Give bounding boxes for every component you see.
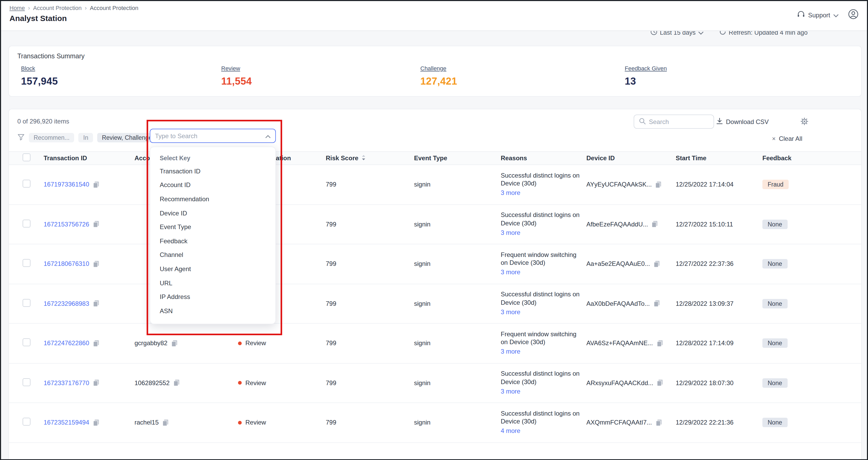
filter-value-chip[interactable]: Review, Challenge bbox=[97, 133, 157, 143]
summary-metrics: Block157,945Review11,554Challenge127,421… bbox=[21, 65, 861, 87]
feedback-badge: None bbox=[763, 259, 787, 269]
row-checkbox[interactable] bbox=[23, 180, 30, 188]
gear-icon[interactable] bbox=[800, 117, 809, 127]
row-checkbox[interactable] bbox=[23, 378, 30, 386]
chevron-down-icon bbox=[833, 11, 839, 19]
more-reasons-link[interactable]: 3 more bbox=[501, 189, 521, 197]
risk-score: 799 bbox=[326, 260, 414, 268]
more-reasons-link[interactable]: 3 more bbox=[501, 348, 521, 356]
feedback-badge: None bbox=[763, 339, 787, 348]
copy-icon[interactable] bbox=[93, 340, 99, 347]
dropdown-option[interactable]: IP Address bbox=[150, 290, 275, 304]
transaction-id-link[interactable]: 1672337176770 bbox=[43, 379, 89, 387]
row-checkbox[interactable] bbox=[23, 339, 30, 346]
transaction-id-link[interactable]: 1672180676310 bbox=[43, 260, 89, 268]
recommendation-text: Review bbox=[245, 340, 266, 347]
summary-metric: Feedback Given13 bbox=[625, 65, 667, 87]
chevron-up-icon[interactable] bbox=[265, 132, 271, 140]
copy-icon[interactable] bbox=[654, 260, 660, 268]
dropdown-option[interactable]: Account ID bbox=[150, 178, 275, 192]
metric-label-link[interactable]: Review bbox=[221, 65, 240, 71]
copy-icon[interactable] bbox=[653, 300, 660, 307]
start-time: 12/28/2022 17:14:09 bbox=[676, 340, 763, 347]
row-checkbox[interactable] bbox=[23, 220, 30, 227]
copy-icon[interactable] bbox=[93, 300, 99, 307]
dropdown-option[interactable]: Recommendation bbox=[150, 192, 275, 206]
metric-label-link[interactable]: Challenge bbox=[420, 65, 446, 71]
dropdown-option[interactable]: Event Type bbox=[150, 220, 275, 234]
table-row: 1672180676310 799 signin Frequent window… bbox=[9, 244, 861, 284]
review-dot-icon bbox=[238, 381, 242, 385]
select-all-checkbox[interactable] bbox=[23, 153, 30, 161]
transaction-id-link[interactable]: 1672247622860 bbox=[43, 340, 89, 347]
search-input[interactable] bbox=[634, 115, 714, 129]
copy-icon[interactable] bbox=[657, 379, 663, 387]
row-checkbox[interactable] bbox=[23, 299, 30, 307]
dropdown-option[interactable]: URL bbox=[150, 276, 275, 290]
row-checkbox[interactable] bbox=[23, 259, 30, 267]
copy-icon[interactable] bbox=[174, 379, 180, 387]
filter-operator-chip[interactable]: In bbox=[79, 133, 93, 143]
more-reasons-link[interactable]: 3 more bbox=[501, 308, 521, 316]
device-id: AXQmmFCFAQAAtI7... bbox=[586, 419, 652, 426]
user-avatar-icon[interactable] bbox=[848, 9, 859, 21]
account-id: gcrgabby82 bbox=[134, 340, 167, 347]
transaction-id-link[interactable]: 1672352159494 bbox=[43, 419, 89, 426]
download-csv-button[interactable]: Download CSV bbox=[716, 118, 769, 126]
table-row: 1672153756726 799 signin Successful dist… bbox=[9, 205, 861, 244]
app-root: Last 15 days Refresh: Updated 4 min ago … bbox=[0, 0, 868, 460]
dropdown-option[interactable]: User Agent bbox=[150, 262, 275, 276]
col-reasons: Reasons bbox=[501, 154, 586, 162]
transaction-id-link[interactable]: 1672153756726 bbox=[43, 221, 89, 228]
table-row: 1672352159494 rachel15 Review 799 signin… bbox=[9, 403, 861, 443]
table-row: 1672337176770 1062892552 Review 799 sign… bbox=[9, 363, 861, 403]
breadcrumb-item[interactable]: Home bbox=[9, 5, 25, 11]
dropdown-option[interactable]: Transaction ID bbox=[150, 164, 275, 178]
filter-field-chip[interactable]: Recommen... bbox=[29, 133, 74, 143]
search-field[interactable] bbox=[649, 118, 709, 125]
copy-icon[interactable] bbox=[162, 419, 169, 426]
copy-icon[interactable] bbox=[93, 221, 99, 228]
dropdown-option[interactable]: ASN bbox=[150, 304, 275, 318]
copy-icon[interactable] bbox=[93, 181, 99, 188]
copy-icon[interactable] bbox=[655, 419, 662, 426]
more-reasons-link[interactable]: 3 more bbox=[501, 388, 521, 396]
dropdown-option[interactable]: Device ID bbox=[150, 207, 275, 220]
more-reasons-link[interactable]: 3 more bbox=[501, 229, 521, 237]
copy-icon[interactable] bbox=[171, 340, 177, 347]
filter-icon bbox=[17, 133, 25, 142]
breadcrumb-item[interactable]: Account Protection bbox=[33, 5, 82, 11]
transaction-id-link[interactable]: 1672232968983 bbox=[43, 300, 89, 307]
dropdown-option[interactable]: Feedback bbox=[150, 234, 275, 248]
row-checkbox[interactable] bbox=[23, 418, 30, 426]
account-id: 1062892552 bbox=[134, 379, 170, 387]
copy-icon[interactable] bbox=[652, 221, 658, 228]
metric-label-link[interactable]: Block bbox=[21, 65, 35, 71]
copy-icon[interactable] bbox=[656, 340, 663, 347]
feedback-badge: Fraud bbox=[763, 180, 789, 189]
key-search-field[interactable] bbox=[155, 132, 265, 140]
metric-value: 11,554 bbox=[221, 76, 420, 87]
more-reasons-link[interactable]: 4 more bbox=[501, 427, 521, 436]
reason-text: Successful distinct logins on Device (30… bbox=[501, 409, 582, 426]
risk-score: 799 bbox=[326, 300, 414, 307]
device-id: AfbeEzeFAQAAddU... bbox=[586, 221, 648, 228]
key-search-input[interactable] bbox=[150, 129, 276, 143]
feedback-badge: None bbox=[763, 418, 787, 427]
dropdown-option[interactable]: Channel bbox=[150, 248, 275, 262]
more-reasons-link[interactable]: 3 more bbox=[501, 269, 521, 277]
copy-icon[interactable] bbox=[93, 260, 99, 268]
reason-text: Successful distinct logins on Device (30… bbox=[501, 172, 582, 188]
breadcrumb-separator: › bbox=[85, 5, 87, 11]
col-risk-score[interactable]: Risk Score bbox=[326, 154, 414, 162]
copy-icon[interactable] bbox=[655, 181, 662, 188]
items-count: 0 of 296,920 items bbox=[17, 118, 69, 125]
copy-icon[interactable] bbox=[93, 419, 99, 426]
sort-icon[interactable] bbox=[362, 154, 366, 162]
clear-all-button[interactable]: × Clear All bbox=[772, 135, 802, 143]
transactions-table: Transaction ID Account ID Recommendation… bbox=[9, 151, 861, 443]
metric-label-link[interactable]: Feedback Given bbox=[625, 65, 667, 71]
copy-icon[interactable] bbox=[93, 379, 99, 387]
transaction-id-link[interactable]: 1671973361540 bbox=[43, 181, 89, 188]
support-menu[interactable]: Support bbox=[797, 10, 839, 20]
